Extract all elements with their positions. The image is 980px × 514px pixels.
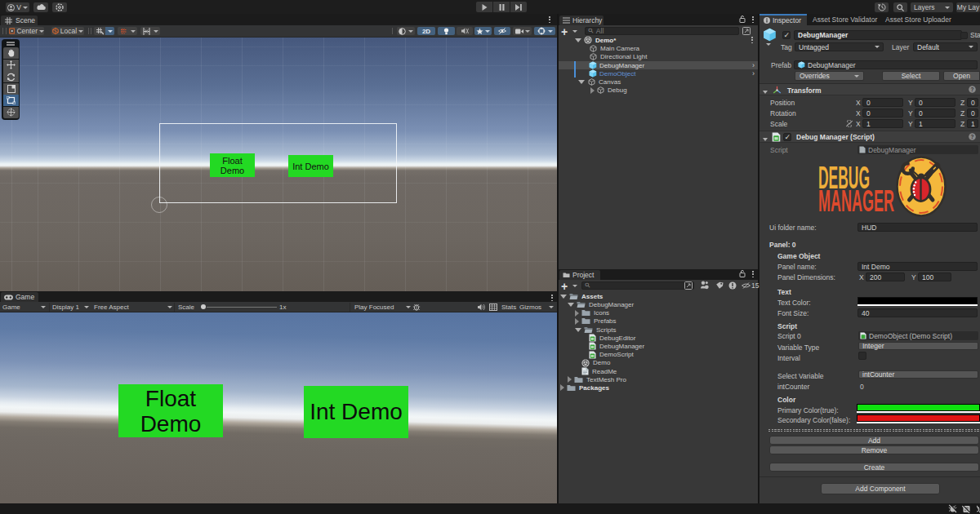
svg-text:MANAGER: MANAGER <box>818 184 894 213</box>
svg-text:?: ? <box>971 86 974 92</box>
svg-text:?: ? <box>971 134 974 140</box>
